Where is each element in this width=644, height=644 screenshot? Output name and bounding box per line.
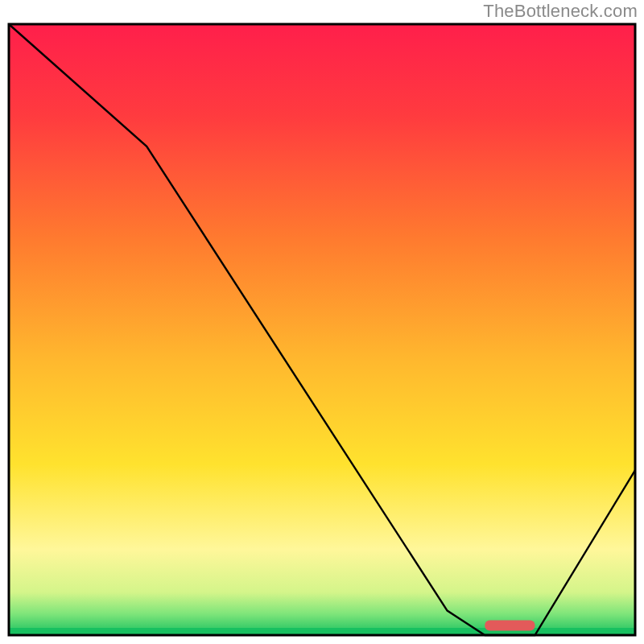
optimal-range-marker [485,621,535,631]
plot-area [9,24,635,635]
bottleneck-chart [0,0,644,644]
watermark-text: TheBottleneck.com [483,1,638,22]
chart-container: TheBottleneck.com [0,0,644,644]
